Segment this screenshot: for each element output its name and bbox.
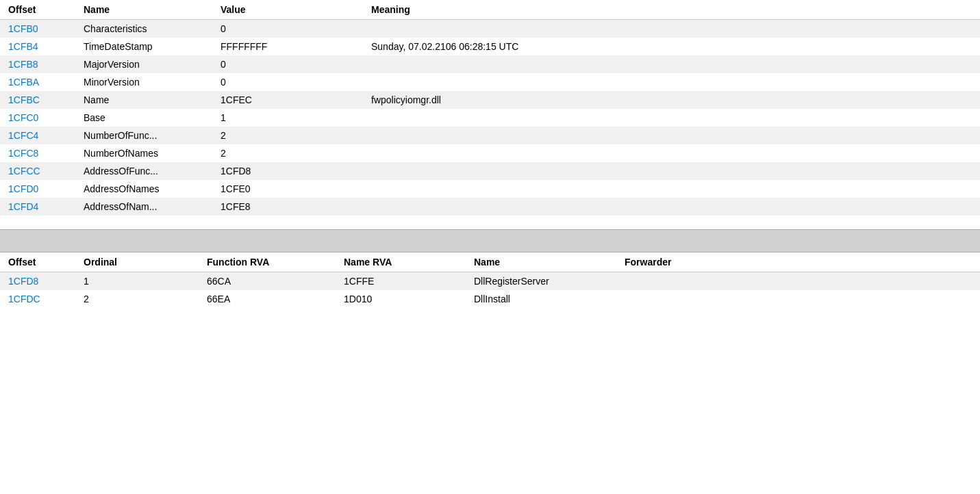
cell-name: AddressOfNames [75, 180, 212, 198]
offset-link[interactable]: 1CFD8 [8, 276, 38, 287]
exported-functions-table: Offset Ordinal Function RVA Name RVA Nam… [0, 252, 980, 308]
cell-value: 0 [212, 73, 363, 91]
lower-header-name-rva: Name RVA [336, 252, 466, 272]
lower-header-offset: Offset [0, 252, 75, 272]
cell-name: NumberOfNames [75, 144, 212, 162]
cell-value[interactable]: 1CFE8 [212, 198, 363, 216]
upper-table-header-row: Offset Name Value Meaning [0, 0, 980, 20]
cell-name: NumberOfFunc... [75, 127, 212, 144]
cell-value: 1 [212, 109, 363, 127]
cell-offset: 1CFC4 [0, 127, 75, 144]
cell-value: 2 [212, 144, 363, 162]
cell-name: AddressOfFunc... [75, 162, 212, 180]
cell-offset: 1CFBA [0, 73, 75, 91]
cell-meaning [363, 55, 980, 73]
offset-link[interactable]: 1CFD4 [8, 201, 38, 212]
offset-link[interactable]: 1CFC0 [8, 112, 38, 123]
cell-ordinal: 1 [75, 272, 199, 291]
cell-offset: 1CFD4 [0, 198, 75, 216]
offset-link[interactable]: 1CFBA [8, 77, 39, 88]
cell-offset: 1CFC8 [0, 144, 75, 162]
offset-link[interactable]: 1CFDC [8, 294, 40, 304]
cell-offset: 1CFD0 [0, 180, 75, 198]
cell-meaning [363, 180, 980, 198]
cell-name: AddressOfNam... [75, 198, 212, 216]
lower-header-name: Name [466, 252, 616, 272]
offset-link[interactable]: 1CFC4 [8, 130, 38, 141]
cell-value: 0 [212, 55, 363, 73]
cell-function-rva[interactable]: 66EA [199, 290, 336, 308]
characteristics-table: Offset Name Value Meaning 1CFB0Character… [0, 0, 980, 216]
cell-meaning [363, 73, 980, 91]
lower-header-ordinal: Ordinal [75, 252, 199, 272]
table-row: 1CFBCName1CFECfwpolicyiomgr.dll [0, 91, 980, 109]
cell-name: DllRegisterServer [466, 272, 616, 291]
header-meaning: Meaning [363, 0, 980, 20]
cell-meaning [363, 127, 980, 144]
header-offset: Offset [0, 0, 75, 20]
main-container: Offset Name Value Meaning 1CFB0Character… [0, 0, 980, 494]
cell-offset[interactable]: 1CFDC [0, 290, 75, 308]
table-row: 1CFD8166CA1CFFEDllRegisterServer [0, 272, 980, 291]
cell-offset: 1CFBC [0, 91, 75, 109]
upper-section: Offset Name Value Meaning 1CFB0Character… [0, 0, 980, 216]
header-value: Value [212, 0, 363, 20]
offset-link[interactable]: 1CFD0 [8, 183, 38, 194]
lower-header-function-rva: Function RVA [199, 252, 336, 272]
cell-meaning [363, 144, 980, 162]
offset-link[interactable]: 1CFC8 [8, 148, 38, 159]
cell-value[interactable]: 1CFE0 [212, 180, 363, 198]
cell-name: DllInstall [466, 290, 616, 308]
offset-link[interactable]: 1CFB4 [8, 41, 38, 52]
cell-forwarder [616, 290, 980, 308]
cell-offset: 1CFB4 [0, 38, 75, 55]
cell-meaning: Sunday, 07.02.2106 06:28:15 UTC [363, 38, 980, 55]
table-row: 1CFC8NumberOfNames2 [0, 144, 980, 162]
table-row: 1CFC4NumberOfFunc...2 [0, 127, 980, 144]
cell-meaning [363, 198, 980, 216]
cell-name: Characteristics [75, 20, 212, 38]
cell-meaning: fwpolicyiomgr.dll [363, 91, 980, 109]
table-row: 1CFDC266EA1D010DllInstall [0, 290, 980, 308]
table-row: 1CFB4TimeDateStampFFFFFFFFSunday, 07.02.… [0, 38, 980, 55]
offset-link[interactable]: 1CFB8 [8, 59, 38, 70]
cell-meaning [363, 109, 980, 127]
cell-offset[interactable]: 1CFD8 [0, 272, 75, 291]
cell-offset: 1CFB8 [0, 55, 75, 73]
cell-name: Base [75, 109, 212, 127]
cell-name-rva[interactable]: 1D010 [336, 290, 466, 308]
cell-name: MinorVersion [75, 73, 212, 91]
cell-value[interactable]: 1CFD8 [212, 162, 363, 180]
lower-table-header-row: Offset Ordinal Function RVA Name RVA Nam… [0, 252, 980, 272]
lower-header-forwarder: Forwarder [616, 252, 980, 272]
offset-link[interactable]: 1CFBC [8, 94, 40, 105]
cell-name-rva[interactable]: 1CFFE [336, 272, 466, 291]
table-row: 1CFC0Base1 [0, 109, 980, 127]
cell-ordinal: 2 [75, 290, 199, 308]
header-name: Name [75, 0, 212, 20]
table-row: 1CFD0AddressOfNames1CFE0 [0, 180, 980, 198]
cell-offset: 1CFCC [0, 162, 75, 180]
cell-value: 0 [212, 20, 363, 38]
offset-link[interactable]: 1CFCC [8, 166, 40, 177]
offset-link[interactable]: 1CFB0 [8, 23, 38, 34]
cell-offset: 1CFB0 [0, 20, 75, 38]
table-row: 1CFB0Characteristics0 [0, 20, 980, 38]
cell-function-rva[interactable]: 66CA [199, 272, 336, 291]
table-row: 1CFCCAddressOfFunc...1CFD8 [0, 162, 980, 180]
cell-value: 2 [212, 127, 363, 144]
cell-name: MajorVersion [75, 55, 212, 73]
table-row: 1CFBAMinorVersion0 [0, 73, 980, 91]
cell-value[interactable]: 1CFEC [212, 91, 363, 109]
table-row: 1CFD4AddressOfNam...1CFE8 [0, 198, 980, 216]
cell-name: Name [75, 91, 212, 109]
cell-name: TimeDateStamp [75, 38, 212, 55]
lower-section: Offset Ordinal Function RVA Name RVA Nam… [0, 252, 980, 308]
section-gap [0, 216, 980, 229]
cell-meaning [363, 20, 980, 38]
cell-offset: 1CFC0 [0, 109, 75, 127]
cell-value: FFFFFFFF [212, 38, 363, 55]
table-row: 1CFB8MajorVersion0 [0, 55, 980, 73]
cell-forwarder [616, 272, 980, 291]
cell-meaning [363, 162, 980, 180]
